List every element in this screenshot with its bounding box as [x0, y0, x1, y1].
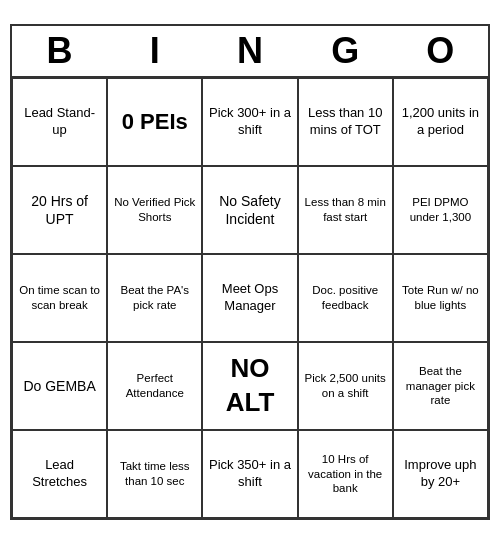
bingo-cell: On time scan to scan break	[12, 254, 107, 342]
bingo-cell: Tote Run w/ no blue lights	[393, 254, 488, 342]
bingo-grid: Lead Stand-up0 PEIsPick 300+ in a shiftL…	[12, 76, 488, 518]
bingo-cell: Pick 350+ in a shift	[202, 430, 297, 518]
bingo-cell: Less than 8 min fast start	[298, 166, 393, 254]
bingo-cell: Pick 300+ in a shift	[202, 78, 297, 166]
bingo-cell: Pick 2,500 units on a shift	[298, 342, 393, 430]
bingo-cell: 0 PEIs	[107, 78, 202, 166]
bingo-cell: 1,200 units in a period	[393, 78, 488, 166]
bingo-cell: NO ALT	[202, 342, 297, 430]
bingo-cell: Meet Ops Manager	[202, 254, 297, 342]
bingo-cell: No Verified Pick Shorts	[107, 166, 202, 254]
bingo-header: BINGO	[12, 26, 488, 76]
bingo-cell: Lead Stretches	[12, 430, 107, 518]
header-letter: I	[109, 30, 201, 72]
bingo-cell: 20 Hrs of UPT	[12, 166, 107, 254]
bingo-cell: Do GEMBA	[12, 342, 107, 430]
header-letter: G	[299, 30, 391, 72]
bingo-cell: Improve uph by 20+	[393, 430, 488, 518]
bingo-cell: Perfect Attendance	[107, 342, 202, 430]
bingo-cell: Takt time less than 10 sec	[107, 430, 202, 518]
bingo-cell: Less than 10 mins of TOT	[298, 78, 393, 166]
bingo-card: BINGO Lead Stand-up0 PEIsPick 300+ in a …	[10, 24, 490, 520]
bingo-cell: Beat the PA's pick rate	[107, 254, 202, 342]
header-letter: B	[14, 30, 106, 72]
bingo-cell: PEI DPMO under 1,300	[393, 166, 488, 254]
bingo-cell: Lead Stand-up	[12, 78, 107, 166]
bingo-cell: 10 Hrs of vacation in the bank	[298, 430, 393, 518]
header-letter: N	[204, 30, 296, 72]
bingo-cell: Beat the manager pick rate	[393, 342, 488, 430]
bingo-cell: Doc. positive feedback	[298, 254, 393, 342]
bingo-cell: No Safety Incident	[202, 166, 297, 254]
header-letter: O	[394, 30, 486, 72]
